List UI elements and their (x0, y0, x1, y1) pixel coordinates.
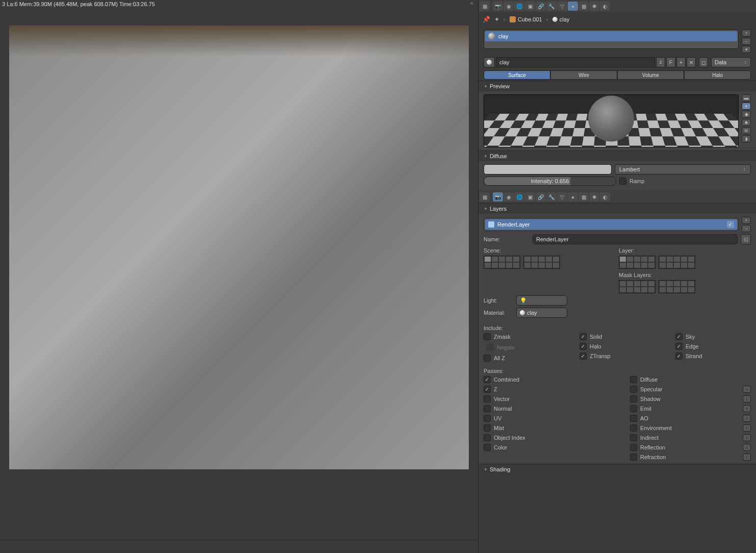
editor-type-icon[interactable]: ▦ (480, 192, 490, 202)
diffuse-intensity-slider[interactable]: Intensity: 0.656 (484, 177, 616, 186)
diffuse-color-swatch[interactable] (484, 164, 612, 174)
material-name-field[interactable] (496, 57, 655, 67)
pass-color[interactable]: Color (484, 444, 604, 451)
render-viewport[interactable] (0, 7, 478, 540)
scene-tab-icon[interactable]: ◉ (503, 2, 514, 11)
single-layer-button[interactable]: ◱ (741, 234, 751, 244)
fake-user-button[interactable]: F (666, 57, 675, 67)
pass-emit[interactable]: Emit (630, 405, 651, 412)
mask-grid-b[interactable] (659, 280, 695, 293)
pass-environment[interactable]: Environment (630, 424, 672, 432)
preview-flat-icon[interactable]: ▬ (742, 94, 751, 102)
mask-grid-a[interactable] (619, 280, 656, 293)
preview-monkey-icon[interactable]: ☻ (742, 119, 751, 126)
diffuse-panel-header[interactable]: Diffuse (478, 150, 756, 161)
renderlayer-enabled-checkbox[interactable] (727, 221, 734, 228)
layer-grid-a[interactable] (619, 256, 656, 269)
world-tab-icon[interactable]: 🌐 (514, 2, 524, 11)
exclude-reflection-button[interactable]: ▫ (743, 444, 751, 451)
data-tab-icon[interactable]: ▽ (557, 2, 567, 11)
data-tab-icon[interactable]: ▽ (557, 192, 567, 202)
remove-slot-button[interactable]: − (742, 38, 751, 45)
object-tab-icon[interactable]: ▣ (525, 192, 535, 202)
include-sky[interactable]: Sky (675, 333, 751, 340)
scene-layers-grid-b[interactable] (523, 256, 560, 269)
pass-z[interactable]: Z (484, 386, 604, 393)
modifiers-tab-icon[interactable]: 🔧 (546, 192, 557, 202)
physics-tab-icon[interactable]: ◐ (600, 192, 610, 202)
texture-tab-icon[interactable]: ▩ (578, 2, 589, 11)
preview-sphere-icon[interactable]: ● (742, 103, 751, 110)
tab-wire[interactable]: Wire (550, 70, 617, 80)
include-strand[interactable]: Strand (675, 353, 751, 360)
remove-renderlayer-button[interactable]: − (742, 225, 751, 232)
constraints-tab-icon[interactable]: 🔗 (536, 192, 546, 202)
browse-material-icon[interactable] (484, 57, 495, 67)
tab-volume[interactable]: Volume (617, 70, 684, 80)
exclude-specular-button[interactable]: ▫ (743, 386, 751, 393)
add-slot-button[interactable]: + (742, 30, 751, 37)
include-zmask[interactable]: Zmask (484, 333, 559, 340)
layers-panel-header[interactable]: Layers (478, 203, 756, 214)
material-link-select[interactable]: Data (711, 57, 751, 67)
pass-reflection[interactable]: Reflection (630, 444, 665, 451)
pass-normal[interactable]: Normal (484, 405, 604, 412)
unlink-material-button[interactable]: ✕ (687, 57, 696, 67)
render-tab-icon[interactable]: 📷 (493, 192, 503, 202)
include-edge[interactable]: Edge (675, 343, 751, 350)
renderlayer-name-field[interactable] (533, 234, 738, 244)
diffuse-shader-select[interactable]: Lambert (615, 164, 751, 174)
pass-uv[interactable]: UV (484, 415, 604, 422)
exclude-shadow-button[interactable]: ▫ (743, 395, 751, 403)
include-halo[interactable]: Halo (579, 343, 655, 350)
include-solid[interactable]: Solid (579, 333, 655, 340)
material-tab-icon[interactable]: ● (568, 2, 578, 11)
pass-objindex[interactable]: Object Index (484, 434, 604, 441)
scene-tab-icon[interactable]: ◉ (503, 192, 514, 202)
material-slot-item[interactable]: clay (485, 31, 737, 41)
pass-diffuse[interactable]: Diffuse (630, 376, 751, 383)
particles-tab-icon[interactable]: ✱ (589, 2, 599, 11)
render-layer-item[interactable]: RenderLayer (485, 219, 737, 230)
light-override-select[interactable]: 💡 (516, 295, 567, 306)
preview-cube-icon[interactable]: ◆ (742, 111, 751, 118)
object-tab-icon[interactable]: ▣ (525, 2, 535, 11)
diffuse-ramp-toggle[interactable]: Ramp (619, 178, 751, 185)
shading-panel-header[interactable]: Shading (478, 464, 756, 474)
new-material-button[interactable]: + (676, 57, 686, 67)
pass-ao[interactable]: AO (630, 415, 648, 422)
texture-tab-icon[interactable]: ▩ (578, 192, 589, 202)
exclude-ao-button[interactable]: ▫ (743, 415, 751, 422)
particles-tab-icon[interactable]: ✱ (589, 192, 599, 202)
pass-refraction[interactable]: Refraction (630, 454, 666, 461)
breadcrumb-object[interactable]: Cube.001 (510, 16, 542, 22)
pass-mist[interactable]: Mist (484, 424, 604, 432)
tab-halo[interactable]: Halo (684, 70, 751, 80)
add-renderlayer-button[interactable]: + (742, 217, 751, 224)
pass-combined[interactable]: Combined (484, 376, 604, 383)
node-toggle-icon[interactable]: ◻ (699, 57, 708, 67)
exclude-indirect-button[interactable]: ▫ (743, 434, 751, 441)
constraints-tab-icon[interactable]: 🔗 (536, 2, 546, 11)
modifiers-tab-icon[interactable]: 🔧 (546, 2, 557, 11)
preview-hair-icon[interactable]: ≋ (742, 127, 751, 134)
editor-type-icon[interactable]: ▦ (480, 2, 490, 11)
image-header[interactable] (0, 540, 478, 553)
material-tab-icon[interactable]: ● (568, 192, 578, 202)
pass-indirect[interactable]: Indirect (630, 434, 659, 441)
preview-sky-icon[interactable]: ◗ (742, 135, 751, 142)
breadcrumb-material[interactable]: clay (552, 16, 570, 22)
render-layer-list[interactable]: RenderLayer (484, 218, 739, 231)
close-icon[interactable]: ✕ (470, 1, 474, 6)
exclude-refraction-button[interactable]: ▫ (743, 454, 751, 461)
slot-menu-button[interactable]: ▾ (742, 46, 751, 53)
pass-shadow[interactable]: Shadow (630, 395, 661, 403)
physics-tab-icon[interactable]: ◐ (600, 2, 610, 11)
material-override-select[interactable]: clay (516, 308, 567, 318)
exclude-env-button[interactable]: ▫ (743, 424, 751, 432)
layer-grid-b[interactable] (659, 256, 695, 269)
scene-layers-grid-a[interactable] (484, 256, 520, 269)
material-slot-list[interactable]: clay (484, 30, 739, 49)
render-tab-icon[interactable]: 📷 (493, 2, 503, 11)
pin-icon[interactable]: 📌 (483, 16, 490, 23)
